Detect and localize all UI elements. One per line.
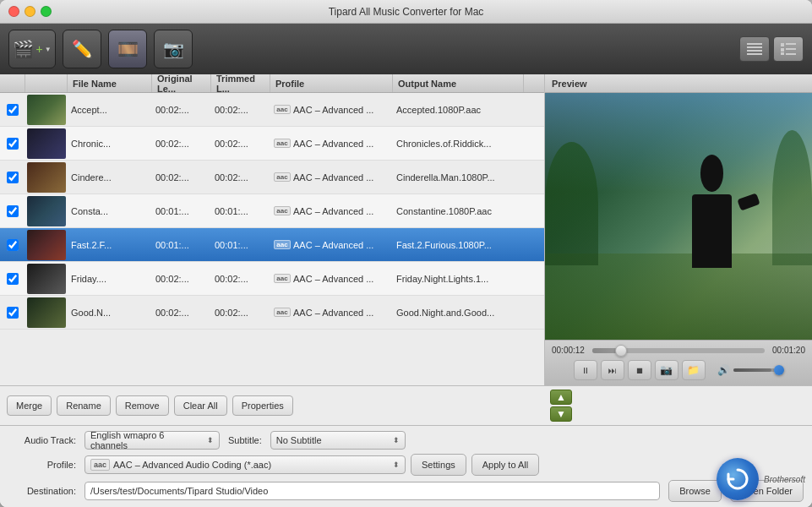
file-table: File Name Original Le... Trimmed L... Pr… xyxy=(0,74,545,385)
audio-track-select[interactable]: English wmapro 6 channels ⬍ xyxy=(84,431,220,450)
progress-bar-row: 00:00:12 00:01:20 xyxy=(552,346,805,355)
output-1: Accepted.1080P.aac xyxy=(393,93,524,126)
snapshot-button[interactable]: 📷 xyxy=(154,30,193,68)
list-view-icon xyxy=(747,43,762,55)
volume-thumb[interactable] xyxy=(774,365,784,375)
stop-button[interactable]: ⏹ xyxy=(628,360,651,380)
merge-button[interactable]: Merge xyxy=(7,395,52,416)
settings-button[interactable]: Settings xyxy=(411,454,466,476)
header-output: Output Name xyxy=(393,74,524,92)
original-length-6: 00:02:... xyxy=(152,262,211,295)
video-frame xyxy=(545,93,812,340)
header-thumb xyxy=(25,74,68,92)
clear-all-button[interactable]: Clear All xyxy=(174,395,227,416)
row-checkbox-5[interactable] xyxy=(7,239,19,251)
filename-6: Friday.... xyxy=(68,262,152,295)
convert-icon: 🎞️ xyxy=(117,39,139,59)
remove-button[interactable]: Remove xyxy=(116,395,169,416)
dropdown-arrow-icon: ▼ xyxy=(45,46,52,53)
apply-to-all-button[interactable]: Apply to All xyxy=(471,454,539,476)
close-button[interactable] xyxy=(8,6,19,17)
edit-button[interactable]: ✏️ xyxy=(63,30,101,68)
svg-rect-2 xyxy=(747,50,762,52)
preview-controls: 00:00:12 00:01:20 ⏸ ⏭ ⏹ 📷 xyxy=(545,340,812,385)
options-bar: Audio Track: English wmapro 6 channels ⬍… xyxy=(0,425,812,507)
destination-row: Destination: /Users/test/Documents/Tipar… xyxy=(8,480,804,502)
properties-button[interactable]: Properties xyxy=(232,395,293,416)
brothersoft-text: Brothersoft xyxy=(764,475,805,484)
destination-label: Destination: xyxy=(8,486,76,496)
profile-aac-badge: aac xyxy=(90,459,110,471)
audio-track-label: Audio Track: xyxy=(8,435,76,445)
move-down-button[interactable]: ▼ xyxy=(550,406,572,422)
convert-button[interactable]: 🎞️ xyxy=(108,30,147,68)
output-7: Good.Night.and.Good... xyxy=(393,296,524,329)
table-row[interactable]: Cindere... 00:02:... 00:02:... aacAAC – … xyxy=(0,161,544,194)
original-length-7: 00:02:... xyxy=(152,296,211,329)
thumbnail-6 xyxy=(27,264,66,294)
table-row[interactable]: Friday.... 00:02:... 00:02:... aacAAC – … xyxy=(0,262,544,296)
subtitle-dropdown-icon: ⬍ xyxy=(393,436,400,444)
profile-value: AAC – Advanced Audio Coding (*.aac) xyxy=(113,460,271,470)
row-checkbox-1[interactable] xyxy=(7,104,19,116)
header-original: Original Le... xyxy=(152,74,211,92)
svg-rect-1 xyxy=(747,46,762,48)
header-trimmed: Trimmed L... xyxy=(211,74,270,92)
progress-track[interactable] xyxy=(592,348,765,353)
row-checkbox-4[interactable] xyxy=(7,205,19,217)
bottom-action-bar: Merge Rename Remove Clear All Properties… xyxy=(0,385,812,425)
fast-forward-button[interactable]: ⏭ xyxy=(601,360,624,380)
table-row[interactable]: Good.N... 00:02:... 00:02:... aacAAC – A… xyxy=(0,296,544,330)
subtitle-select[interactable]: No Subtitle ⬍ xyxy=(270,431,406,450)
svg-rect-3 xyxy=(747,53,762,55)
rename-button[interactable]: Rename xyxy=(57,395,111,416)
profile-select[interactable]: aac AAC – Advanced Audio Coding (*.aac) … xyxy=(84,455,406,474)
progress-thumb[interactable] xyxy=(615,345,627,357)
list-view-button[interactable] xyxy=(739,36,770,62)
profile-4: aacAAC – Advanced ... xyxy=(270,194,393,227)
header-check xyxy=(0,74,25,92)
playback-controls-row: ⏸ ⏭ ⏹ 📷 📁 🔊 xyxy=(552,360,805,380)
profile-6: aacAAC – Advanced ... xyxy=(270,262,393,295)
row-checkbox-6[interactable] xyxy=(7,273,19,285)
minimize-button[interactable] xyxy=(25,6,35,17)
table-row[interactable]: Consta... 00:01:... 00:01:... aacAAC – A… xyxy=(0,194,544,228)
filename-2: Chronic... xyxy=(68,127,152,160)
snapshot-ctrl-button[interactable]: 📷 xyxy=(655,360,678,380)
thumbnail-1 xyxy=(27,95,66,125)
row-checkbox-7[interactable] xyxy=(7,307,19,319)
svg-rect-7 xyxy=(786,48,796,50)
table-row[interactable]: Fast.2.F... 00:01:... 00:01:... aacAAC –… xyxy=(0,228,544,262)
trimmed-length-4: 00:01:... xyxy=(211,194,270,227)
film-add-icon: 🎬 xyxy=(13,39,34,59)
folder-ctrl-button[interactable]: 📁 xyxy=(682,360,706,380)
table-row[interactable]: Accept... 00:02:... 00:02:... aacAAC – A… xyxy=(0,93,544,127)
filename-1: Accept... xyxy=(68,93,152,126)
audio-track-value: English wmapro 6 channels xyxy=(90,430,204,450)
svg-rect-0 xyxy=(747,43,762,45)
view-buttons xyxy=(739,36,804,62)
subtitle-value: No Subtitle xyxy=(276,435,322,445)
volume-fill xyxy=(733,368,771,372)
browse-button[interactable]: Browse xyxy=(668,480,722,502)
brothersoft-logo xyxy=(717,458,759,500)
thumbnail-7 xyxy=(27,297,66,328)
row-checkbox-2[interactable] xyxy=(7,138,19,150)
window-title: Tipard All Music Converter for Mac xyxy=(329,6,484,18)
output-3: Cinderella.Man.1080P... xyxy=(393,161,524,194)
preview-video xyxy=(545,93,812,340)
move-up-button[interactable]: ▲ xyxy=(550,390,572,405)
profile-5: aacAAC – Advanced ... xyxy=(270,228,393,261)
volume-control: 🔊 xyxy=(717,364,784,376)
output-4: Constantine.1080P.aac xyxy=(393,194,524,227)
original-length-2: 00:02:... xyxy=(152,127,211,160)
add-video-button[interactable]: 🎬 + ▼ xyxy=(8,30,56,68)
maximize-button[interactable] xyxy=(41,6,52,17)
row-checkbox-3[interactable] xyxy=(7,172,19,183)
add-icon: + xyxy=(35,42,42,56)
volume-track[interactable] xyxy=(733,368,784,372)
detail-view-button[interactable] xyxy=(773,36,804,62)
table-row[interactable]: Chronic... 00:02:... 00:02:... aacAAC – … xyxy=(0,127,544,161)
trimmed-length-7: 00:02:... xyxy=(211,296,270,329)
pause-button[interactable]: ⏸ xyxy=(574,360,597,380)
